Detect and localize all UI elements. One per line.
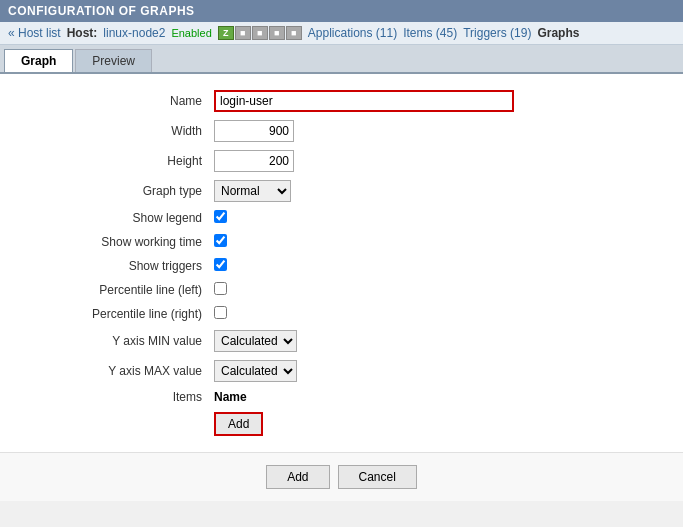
tabs-bar: Graph Preview [0, 45, 683, 74]
width-input[interactable] [214, 120, 294, 142]
enabled-label: Enabled [171, 27, 211, 39]
y-axis-min-cell: Calculated Fixed Item [208, 326, 675, 356]
title-bar: CONFIGURATION OF GRAPHS [0, 0, 683, 22]
height-value-cell [208, 146, 675, 176]
percentile-left-label: Percentile line (left) [8, 278, 208, 302]
name-label: Name [8, 86, 208, 116]
percentile-right-label: Percentile line (right) [8, 302, 208, 326]
y-axis-min-label: Y axis MIN value [8, 326, 208, 356]
add-item-label-cell [8, 408, 208, 440]
name-input[interactable] [214, 90, 514, 112]
items-link[interactable]: Items (45) [403, 26, 457, 40]
title-text: CONFIGURATION OF GRAPHS [8, 4, 195, 18]
show-triggers-cell [208, 254, 675, 278]
items-label: Items [8, 386, 208, 408]
graphs-label: Graphs [537, 26, 579, 40]
y-axis-min-select[interactable]: Calculated Fixed Item [214, 330, 297, 352]
show-legend-cell [208, 206, 675, 230]
applications-link[interactable]: Applications (11) [308, 26, 397, 40]
show-triggers-checkbox[interactable] [214, 258, 227, 271]
graph-type-select[interactable]: Normal Stacked Pie Exploded [214, 180, 291, 202]
items-name-col: Name [208, 386, 675, 408]
add-item-cell: Add [208, 408, 675, 440]
bar-icon-1[interactable]: ■ [235, 26, 251, 40]
name-value-cell [208, 86, 675, 116]
nav-bar: « Host list Host: linux-node2 Enabled Z … [0, 22, 683, 45]
items-name-header: Name [214, 390, 247, 404]
height-input[interactable] [214, 150, 294, 172]
back-link[interactable]: « Host list [8, 26, 61, 40]
bottom-buttons: Add Cancel [0, 452, 683, 501]
percentile-left-checkbox[interactable] [214, 282, 227, 295]
y-axis-max-label: Y axis MAX value [8, 356, 208, 386]
tab-graph[interactable]: Graph [4, 49, 73, 72]
percentile-right-cell [208, 302, 675, 326]
width-value-cell [208, 116, 675, 146]
zbb-icons: Z ■ ■ ■ ■ [218, 26, 302, 40]
show-working-time-checkbox[interactable] [214, 234, 227, 247]
y-axis-max-select[interactable]: Calculated Fixed Item [214, 360, 297, 382]
percentile-right-checkbox[interactable] [214, 306, 227, 319]
form-table: Name Width Height Graph ty [8, 86, 675, 440]
bar-icon-3[interactable]: ■ [269, 26, 285, 40]
percentile-left-cell [208, 278, 675, 302]
tab-preview[interactable]: Preview [75, 49, 152, 72]
width-label: Width [8, 116, 208, 146]
host-name-link[interactable]: linux-node2 [103, 26, 165, 40]
y-axis-max-cell: Calculated Fixed Item [208, 356, 675, 386]
show-legend-label: Show legend [8, 206, 208, 230]
host-prefix: Host: [67, 26, 98, 40]
height-label: Height [8, 146, 208, 176]
bar-icon-2[interactable]: ■ [252, 26, 268, 40]
z-icon[interactable]: Z [218, 26, 234, 40]
show-working-time-cell [208, 230, 675, 254]
cancel-button[interactable]: Cancel [338, 465, 417, 489]
add-item-button[interactable]: Add [214, 412, 263, 436]
show-triggers-label: Show triggers [8, 254, 208, 278]
content-area: Name Width Height Graph ty [0, 74, 683, 452]
graph-type-label: Graph type [8, 176, 208, 206]
add-button[interactable]: Add [266, 465, 329, 489]
triggers-link[interactable]: Triggers (19) [463, 26, 531, 40]
graph-type-value-cell: Normal Stacked Pie Exploded [208, 176, 675, 206]
show-working-time-label: Show working time [8, 230, 208, 254]
show-legend-checkbox[interactable] [214, 210, 227, 223]
bar-icon-4[interactable]: ■ [286, 26, 302, 40]
